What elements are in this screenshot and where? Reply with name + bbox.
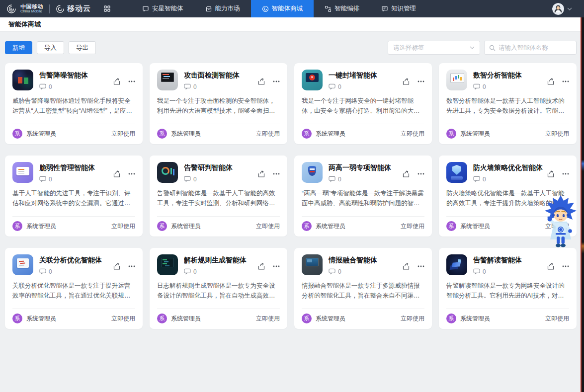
apps-grid-icon[interactable]: [104, 0, 110, 17]
share-icon[interactable]: [257, 73, 265, 90]
agent-card[interactable]: 数智分析智能体 0 数智分析智能体是一款基于人工智能技术的先进工具，专为安全数据…: [439, 63, 577, 144]
agent-title: 告警解读智能体: [473, 254, 543, 265]
agent-search-input[interactable]: [499, 44, 572, 51]
user-avatar[interactable]: [552, 3, 564, 15]
use-now-link[interactable]: 立即使用: [545, 314, 569, 323]
more-options-icon[interactable]: [417, 257, 424, 275]
agent-card[interactable]: 告警研判智能体 0 告警研判智能体是一款基于人工智能的高效工具，专注于实时监测、…: [150, 156, 287, 236]
owner-avatar: 系: [12, 129, 22, 139]
more-options-icon[interactable]: [128, 257, 135, 275]
agent-card[interactable]: 攻击面检测智能体 0 我是一个专注于攻击面检测的安全智能体，利用先进的大语言模型…: [150, 63, 287, 144]
more-options-icon[interactable]: [273, 73, 280, 90]
more-options-icon[interactable]: [417, 165, 424, 183]
use-now-link[interactable]: 立即使用: [111, 130, 135, 138]
share-icon[interactable]: [402, 73, 410, 90]
orchestration-icon: [325, 5, 332, 12]
nav-item-capability-market[interactable]: 能力市场: [194, 0, 251, 17]
china-mobile-logo-icon: [6, 4, 16, 14]
alert-interpretation-agent-icon: [446, 254, 467, 275]
more-options-icon[interactable]: [273, 257, 280, 275]
comment-count: 0: [483, 268, 486, 275]
share-icon[interactable]: [257, 165, 265, 183]
toolbar: 新增 导入 导出 请选择标签: [0, 32, 584, 55]
owner-name: 系统管理员: [171, 222, 201, 231]
use-now-link[interactable]: 立即使用: [401, 222, 424, 231]
comment-icon: [184, 268, 191, 275]
import-button[interactable]: 导入: [37, 41, 64, 54]
share-icon[interactable]: [113, 257, 121, 275]
attack-surface-detection-agent-icon: [157, 70, 178, 90]
comment-icon: [473, 268, 480, 275]
share-icon[interactable]: [547, 257, 555, 275]
more-options-icon[interactable]: [562, 73, 569, 90]
agent-card[interactable]: 关联分析优化智能体 0 关联分析优化智能体是一款专注于提升运营效率的智能化工具，…: [5, 248, 143, 329]
use-now-link[interactable]: 立即使用: [401, 314, 424, 323]
agent-card[interactable]: 告警降噪智能体 0 威胁告警降噪智能体通过智能化手段将安全运营从“人工密集型”转…: [5, 63, 143, 144]
more-options-icon[interactable]: [562, 165, 569, 183]
agent-description: 情报融合智能体是一款专注于多源威胁情报分析的智能化工具，旨在整合来自不同渠道的情…: [302, 281, 424, 301]
share-icon[interactable]: [113, 73, 121, 90]
share-icon[interactable]: [547, 165, 555, 183]
nav-item-knowledge[interactable]: 知识管理: [370, 0, 427, 17]
owner-name: 系统管理员: [460, 130, 490, 138]
chevron-down-icon: [470, 46, 475, 49]
tag-select[interactable]: 请选择标签: [388, 41, 480, 55]
nav-item-agent-store[interactable]: 智能体商城: [251, 0, 314, 17]
owner-avatar: 系: [302, 221, 312, 231]
agent-card[interactable]: 一键封堵智能体 0 我是一个专注于网络安全的一键封堵智能体，由安全专家精心打造。…: [294, 63, 432, 144]
navbar-right: [552, 0, 584, 17]
comment-icon: [329, 268, 335, 275]
more-options-icon[interactable]: [128, 165, 135, 183]
page-title: 智能体商城: [8, 20, 41, 29]
use-now-link[interactable]: 立即使用: [545, 222, 569, 231]
owner-avatar: 系: [446, 314, 456, 323]
more-options-icon[interactable]: [128, 73, 135, 90]
top-navbar: 中国移动 China Mobile 移动云 安星智能体 能力市场 智能体商城: [0, 0, 584, 17]
agent-card[interactable]: 脆弱性管理智能体 0 基于人工智能的先进工具，专注于识别、评估和应对网络系统中的…: [5, 156, 143, 236]
use-now-link[interactable]: 立即使用: [111, 314, 135, 323]
comment-icon: [473, 83, 480, 90]
export-button[interactable]: 导出: [69, 41, 96, 54]
use-now-link[interactable]: 立即使用: [111, 222, 135, 231]
nav-label: 智能体商城: [272, 4, 303, 13]
use-now-link[interactable]: 立即使用: [401, 130, 424, 138]
tag-select-placeholder: 请选择标签: [393, 44, 470, 52]
chevron-down-icon[interactable]: [567, 7, 572, 10]
agent-description: 告警研判智能体是一款基于人工智能的高效工具，专注于实时监测、分析和研判网络安全脆…: [157, 188, 280, 209]
agent-card[interactable]: 告警解读智能体 0 告警解读智能体是一款专为网络安全设计的智能分析工具。它利用先…: [439, 248, 577, 329]
more-options-icon[interactable]: [562, 257, 569, 275]
add-button[interactable]: 新增: [5, 41, 32, 54]
nav-item-orchestration[interactable]: 智能编排: [314, 0, 370, 17]
more-options-icon[interactable]: [273, 165, 280, 183]
share-icon[interactable]: [402, 257, 410, 275]
brand-divider: [49, 4, 50, 13]
owner-avatar: 系: [157, 314, 167, 323]
share-icon[interactable]: [402, 165, 410, 183]
agent-description: 数智分析智能体是一款基于人工智能技术的先进工具，专为安全数据分析设计。它能够高效…: [446, 96, 569, 116]
agent-card[interactable]: 情报融合智能体 0 情报融合智能体是一款专注于多源威胁情报分析的智能化工具，旨在…: [294, 248, 432, 329]
agent-card[interactable]: 解析规则生成智能体 0 日志解析规则生成智能体是一款专为安全设备设计的智能化工具…: [150, 248, 287, 329]
operator-name: 中国移动 China Mobile: [20, 4, 43, 13]
market-icon: [205, 5, 212, 12]
comment-icon: [184, 83, 191, 90]
use-now-link[interactable]: 立即使用: [545, 130, 569, 138]
agent-description: “两高一弱”专项智能体是一款专注于解决暴露面中高威胁、高脆弱性和弱防护问题的智能…: [302, 188, 424, 209]
owner-name: 系统管理员: [316, 130, 345, 138]
owner-avatar: 系: [446, 221, 456, 231]
agent-card[interactable]: 防火墙策略优化智能体 0 防火墙策略优化智能体是一款基于人工智能的高效工具，专注…: [439, 156, 577, 236]
intel-fusion-agent-icon: [302, 254, 323, 275]
share-icon[interactable]: [547, 73, 555, 90]
more-options-icon[interactable]: [417, 73, 424, 90]
share-icon[interactable]: [257, 257, 265, 275]
agent-title: 关联分析优化智能体: [39, 254, 109, 265]
use-now-link[interactable]: 立即使用: [256, 314, 280, 323]
use-now-link[interactable]: 立即使用: [256, 222, 280, 231]
agent-description: 关联分析优化智能体是一款专注于提升运营效率的智能化工具，旨在通过优化关联规则，挖…: [12, 281, 135, 301]
use-now-link[interactable]: 立即使用: [256, 130, 280, 138]
nav-item-anxing-agent[interactable]: 安星智能体: [131, 0, 194, 17]
agent-card[interactable]: 两高一弱专项智能体 0 “两高一弱”专项智能体是一款专注于解决暴露面中高威胁、高…: [294, 156, 432, 236]
share-icon[interactable]: [113, 165, 121, 183]
one-click-blocking-agent-icon: [302, 70, 323, 90]
ecloud-logo-icon: [56, 4, 65, 13]
owner-name: 系统管理员: [460, 314, 490, 323]
